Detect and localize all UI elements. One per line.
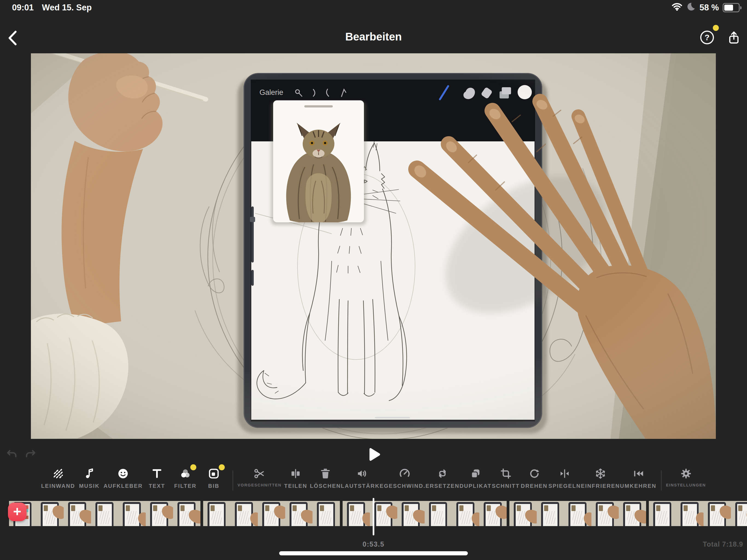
toolbar-item-aufkleber[interactable]: AUFKLEBER: [104, 465, 143, 489]
timeline-thumbnail[interactable]: [397, 501, 424, 526]
toolbar-divider: [232, 470, 233, 490]
video-scene: Galerie: [31, 53, 716, 439]
status-bar-left: 09:01 Wed 15. Sep: [12, 2, 92, 14]
toolbar-item-ersetzen[interactable]: ERSETZEN: [426, 465, 459, 489]
undo-button[interactable]: [5, 448, 18, 462]
timeline-thumbnail[interactable]: [564, 501, 591, 526]
timeline-thumbnail[interactable]: [258, 501, 285, 526]
toolbar-item-label: ERSETZEN: [426, 483, 459, 489]
timeline-thumbnail[interactable]: [424, 501, 452, 526]
toolbar-item-text[interactable]: TEXT: [143, 465, 171, 489]
toolbar-item-löschen[interactable]: LÖSCHEN: [310, 465, 341, 489]
page-title: Bearbeiten: [0, 31, 747, 43]
toolbar-item-duplikat[interactable]: DUPLIKAT: [459, 465, 491, 489]
toolbar-item-spiegeln[interactable]: SPIEGELN: [548, 465, 581, 489]
timeline-thumbnail[interactable]: [231, 501, 258, 526]
timeline-thumbnail[interactable]: [619, 501, 646, 526]
battery-percent: 58 %: [699, 3, 719, 12]
timeline[interactable]: [9, 501, 747, 526]
toolbar-item-leinwand[interactable]: LEINWAND: [41, 465, 75, 489]
timeline-thumbnail[interactable]: [119, 501, 146, 526]
settings-icon: [679, 467, 693, 480]
toolbar-divider: [661, 470, 662, 490]
toolbar-item-label: LEINWAND: [41, 483, 75, 489]
toolbar-item-label: AUFKLEBER: [104, 483, 143, 489]
timeline-thumbnail[interactable]: [146, 501, 173, 526]
toolbar-item-label: GESCHWIND.: [384, 483, 426, 489]
timeline-thumbnail[interactable]: [343, 501, 370, 526]
toolbar-item-umkehren[interactable]: UMKEHREN: [620, 465, 656, 489]
toolbar-item-bib[interactable]: BIB: [200, 465, 228, 489]
redo-button[interactable]: [24, 448, 37, 462]
toolbar-item-einfrieren[interactable]: EINFRIEREN: [581, 465, 620, 489]
filmstrip[interactable]: [9, 501, 747, 526]
add-clip-button[interactable]: +: [8, 503, 27, 521]
toolbar-item-label: DUPLIKAT: [459, 483, 491, 489]
video-editor-app: 09:01 Wed 15. Sep 58 % Bearbeiten: [0, 0, 747, 560]
volume-icon: [356, 467, 369, 480]
toolbar-item-vorgeschnitten[interactable]: VORGESCHNITTEN: [238, 465, 282, 487]
crop-icon: [499, 467, 512, 480]
replace-icon: [436, 467, 449, 480]
timeline-thumbnail[interactable]: [452, 501, 479, 526]
toolbar-item-label: FILTER: [174, 483, 197, 489]
timeline-thumbnail[interactable]: [703, 501, 731, 526]
toolbar-item-label: DREHEN: [521, 483, 548, 489]
help-glyph: ?: [705, 33, 710, 42]
split-icon: [289, 467, 302, 480]
canvas-icon: [52, 467, 65, 480]
timeline-thumbnail[interactable]: [591, 501, 619, 526]
battery-fill: [724, 5, 733, 11]
status-time: 09:01: [12, 3, 34, 12]
video-preview[interactable]: Galerie: [31, 53, 716, 439]
wifi-icon: [672, 2, 682, 13]
timeline-thumbnail[interactable]: [676, 501, 703, 526]
toolbar-item-teilen[interactable]: TEILEN: [281, 465, 310, 489]
text-icon: [150, 467, 163, 480]
timeline-thumbnail[interactable]: [312, 501, 340, 526]
timeline-thumbnail[interactable]: [64, 501, 91, 526]
toolbar-item-filter[interactable]: FILTER: [171, 465, 200, 489]
scissors-icon: [253, 467, 266, 480]
toolbar-item-label: UMKEHREN: [620, 483, 656, 489]
toolbar-item-label: LÖSCHEN: [310, 483, 341, 489]
home-indicator[interactable]: [279, 551, 468, 555]
timeline-thumbnail[interactable]: [91, 501, 119, 526]
moon-icon: [686, 2, 696, 14]
toolbar-item-musik[interactable]: MUSIK: [75, 465, 104, 489]
rotate-icon: [528, 467, 541, 480]
timeline-thumbnail[interactable]: [537, 501, 564, 526]
plus-icon: +: [13, 504, 21, 518]
speed-icon: [398, 467, 411, 480]
battery-icon: [723, 3, 742, 12]
toolbar-item-schnitt[interactable]: SCHNITT: [492, 465, 520, 489]
timeline-thumbnail[interactable]: [285, 501, 312, 526]
help-button[interactable]: ?: [699, 30, 715, 46]
toolbar-item-drehen[interactable]: DREHEN: [520, 465, 548, 489]
timeline-thumbnail[interactable]: [479, 501, 507, 526]
timeline-thumbnail[interactable]: [649, 501, 676, 526]
library-icon: [207, 467, 221, 480]
timeline-thumbnail[interactable]: [509, 501, 537, 526]
toolbar-item-label: LAUTSTÄRKE: [341, 483, 384, 489]
toolbar: LEINWANDMUSIKAUFKLEBERTEXTFILTERBIBVORGE…: [0, 465, 747, 490]
toolbar-item-lautstärke[interactable]: LAUTSTÄRKE: [341, 465, 384, 489]
share-icon[interactable]: [726, 30, 742, 47]
playhead[interactable]: [373, 498, 374, 535]
timeline-thumbnail[interactable]: [203, 501, 231, 526]
freeze-icon: [594, 467, 607, 480]
current-time: 0:53.5: [0, 540, 747, 548]
reverse-icon: [632, 467, 645, 480]
toolbar-item-label: TEXT: [149, 483, 165, 489]
toolbar-item-einstellungen[interactable]: EINSTELLUNGEN: [666, 465, 706, 487]
toolbar-item-label: MUSIK: [79, 483, 100, 489]
total-duration: Total 7:18.9: [703, 540, 743, 548]
trash-icon: [319, 467, 332, 480]
duplicate-icon: [469, 467, 482, 480]
play-button[interactable]: [365, 446, 382, 464]
timeline-thumbnail[interactable]: [731, 501, 747, 526]
sticker-icon: [117, 467, 130, 480]
timeline-thumbnail[interactable]: [173, 501, 200, 526]
timeline-thumbnail[interactable]: [36, 501, 64, 526]
toolbar-item-geschwind-[interactable]: GESCHWIND.: [384, 465, 426, 489]
